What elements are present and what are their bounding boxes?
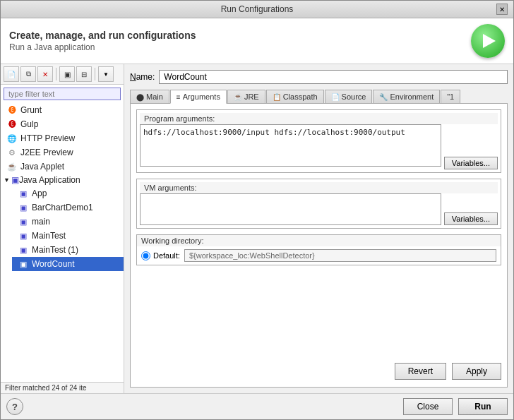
main-icon: ▣ [18, 216, 29, 227]
tree-item-main[interactable]: ▣ main [12, 215, 124, 229]
title-bar: Run Configurations ✕ [1, 1, 513, 18]
dialog-bottom: ? Close Run [1, 393, 513, 419]
tab-main[interactable]: ⬤ Main [130, 90, 169, 103]
run-button[interactable]: Run [458, 398, 508, 415]
barchartdemo-icon: ▣ [18, 202, 29, 213]
header-area: Create, manage, and run configurations R… [1, 18, 513, 64]
duplicate-config-button[interactable]: ⧉ [20, 66, 36, 82]
new-config-button[interactable]: 📄 [4, 66, 19, 82]
filter-button[interactable]: ▣ [59, 66, 75, 82]
tab-source[interactable]: 📄 Source [325, 90, 373, 103]
tree-item-maintest[interactable]: ▣ MainTest [12, 229, 124, 243]
app-icon: ▣ [18, 188, 29, 199]
tab-environment[interactable]: 🔧 Environment [373, 90, 440, 103]
http-icon: 🌐 [6, 133, 18, 144]
working-dir-input[interactable] [184, 249, 496, 262]
run-configurations-dialog: Run Configurations ✕ Create, manage, and… [0, 0, 514, 420]
tree-item-wordcount[interactable]: ▣ WordCount [12, 257, 124, 271]
collapse-button[interactable]: ⊟ [76, 66, 92, 82]
filter-status: Filter matched 24 of 24 ite [1, 382, 124, 393]
config-action-buttons: Revert Apply [136, 359, 501, 381]
source-tab-icon: 📄 [331, 93, 340, 101]
program-variables-button[interactable]: Variables... [444, 157, 498, 169]
tree-item-j2ee-preview[interactable]: ⚙ J2EE Preview [1, 145, 124, 160]
tree-item-grunt[interactable]: 🅖 Grunt [1, 103, 124, 117]
tab-jre[interactable]: ☕ JRE [227, 90, 265, 103]
dialog-bottom-buttons: Close Run [403, 398, 508, 415]
filter-input[interactable] [4, 88, 121, 100]
vm-variables-button[interactable]: Variables... [444, 212, 498, 225]
applet-icon: ☕ [6, 161, 18, 172]
program-args-row: Variables... [140, 124, 498, 169]
tree-children-java-app: ▣ App ▣ BarChartDemo1 ▣ main ▣ MainTest [1, 186, 124, 271]
delete-config-button[interactable]: ✕ [37, 66, 53, 82]
tree-item-java-applet[interactable]: ☕ Java Applet [1, 160, 124, 174]
maintest-icon: ▣ [18, 230, 29, 241]
spacer [136, 265, 501, 359]
args-tab-icon: ≡ [177, 93, 181, 101]
tree-item-maintest-1[interactable]: ▣ MainTest (1) [12, 243, 124, 257]
tab-more[interactable]: "1 [441, 90, 460, 103]
right-panel: Name: ⬤ Main ≡ Arguments ☕ JRE 📋 [124, 64, 513, 393]
vm-args-row: Variables... [140, 193, 498, 225]
jre-tab-icon: ☕ [234, 93, 242, 101]
default-radio-option[interactable]: Default: [141, 251, 180, 260]
tree-item-http-preview[interactable]: 🌐 HTTP Preview [1, 131, 124, 145]
tree-item-gulp[interactable]: 🅖 Gulp [1, 117, 124, 131]
j2ee-icon: ⚙ [6, 147, 18, 158]
name-row: Name: [130, 70, 508, 84]
program-args-label: Program arguments: [140, 113, 498, 124]
vm-args-side: Variables... [444, 193, 498, 225]
toolbar-dropdown[interactable]: ▼ [98, 66, 114, 82]
tree-group-java-application[interactable]: ▼ ▣ Java Application [1, 174, 124, 186]
header-text: Create, manage, and run configurations R… [9, 30, 196, 52]
program-args-content: Program arguments: Variables... [137, 110, 501, 172]
env-tab-icon: 🔧 [379, 93, 388, 101]
arguments-tab-content: Program arguments: Variables... VM argum… [130, 104, 508, 388]
tabs-bar: ⬤ Main ≡ Arguments ☕ JRE 📋 Classpath 📄 [130, 90, 508, 104]
wordcount-icon: ▣ [18, 258, 29, 270]
tree-item-barchartdemo1[interactable]: ▣ BarChartDemo1 [12, 200, 124, 215]
maintest1-icon: ▣ [18, 244, 29, 256]
sidebar: 📄 ⧉ ✕ ▣ ⊟ ▼ 🅖 Grunt 🅖 Gulp [1, 64, 124, 393]
default-label: Default: [153, 251, 180, 260]
working-dir-label: Working directory: [137, 235, 501, 246]
program-args-side: Variables... [444, 124, 498, 169]
header-title: Create, manage, and run configurations [9, 30, 196, 41]
toolbar-separator [56, 68, 56, 80]
working-dir-group: Working directory: Default: [136, 234, 501, 265]
grunt-icon: 🅖 [6, 104, 18, 116]
main-tab-icon: ⬤ [136, 93, 144, 101]
tab-arguments[interactable]: ≡ Arguments [170, 90, 227, 104]
tree-area: 🅖 Grunt 🅖 Gulp 🌐 HTTP Preview ⚙ J2EE Pre… [1, 103, 124, 382]
vm-args-input[interactable] [140, 193, 441, 225]
help-button[interactable]: ? [6, 398, 23, 415]
run-icon [471, 24, 505, 58]
sidebar-toolbar: 📄 ⧉ ✕ ▣ ⊟ ▼ [1, 64, 124, 85]
program-args-input[interactable] [140, 124, 441, 167]
close-button[interactable]: ✕ [496, 4, 508, 15]
dialog-title: Run Configurations [18, 4, 496, 14]
main-content: 📄 ⧉ ✕ ▣ ⊟ ▼ 🅖 Grunt 🅖 Gulp [1, 64, 513, 393]
gulp-icon: 🅖 [6, 119, 18, 130]
revert-button[interactable]: Revert [395, 363, 446, 380]
java-application-icon: ▣ [11, 175, 19, 185]
expand-arrow-icon: ▼ [4, 176, 10, 184]
tree-item-app[interactable]: ▣ App [12, 186, 124, 200]
name-input[interactable] [159, 70, 508, 84]
working-dir-row: Default: [137, 246, 501, 265]
program-args-group: Program arguments: Variables... [136, 109, 501, 173]
toolbar-separator-2 [95, 68, 95, 80]
name-label: Name: [130, 72, 155, 82]
apply-button[interactable]: Apply [452, 363, 501, 380]
header-subtitle: Run a Java application [9, 42, 196, 52]
tab-classpath[interactable]: 📋 Classpath [266, 90, 324, 103]
default-radio[interactable] [141, 251, 150, 260]
vm-args-group: VM arguments: Variables... [136, 179, 501, 229]
vm-args-content: VM arguments: Variables... [137, 179, 501, 228]
classpath-tab-icon: 📋 [273, 93, 281, 101]
vm-args-label: VM arguments: [140, 182, 498, 193]
close-dialog-button[interactable]: Close [403, 398, 453, 415]
